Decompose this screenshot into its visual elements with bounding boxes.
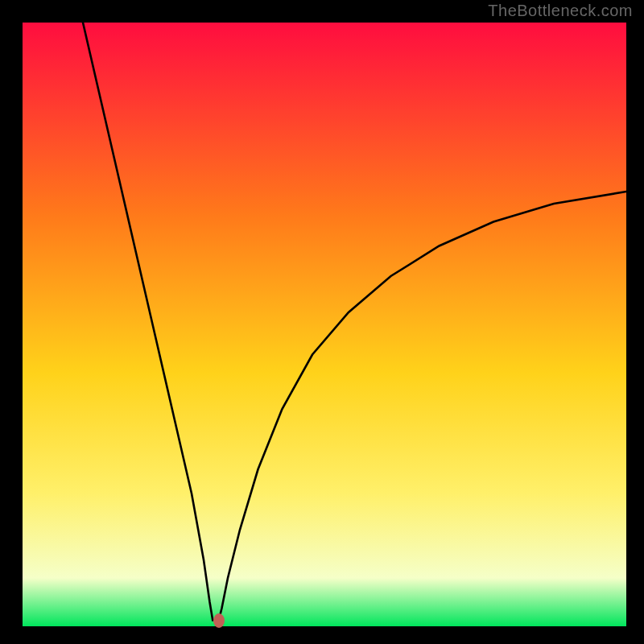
chart-frame: TheBottleneck.com (0, 0, 644, 644)
bottleneck-plot (23, 23, 626, 626)
gradient-background (23, 23, 626, 626)
minimum-marker (213, 613, 225, 628)
watermark-text: TheBottleneck.com (488, 2, 633, 20)
